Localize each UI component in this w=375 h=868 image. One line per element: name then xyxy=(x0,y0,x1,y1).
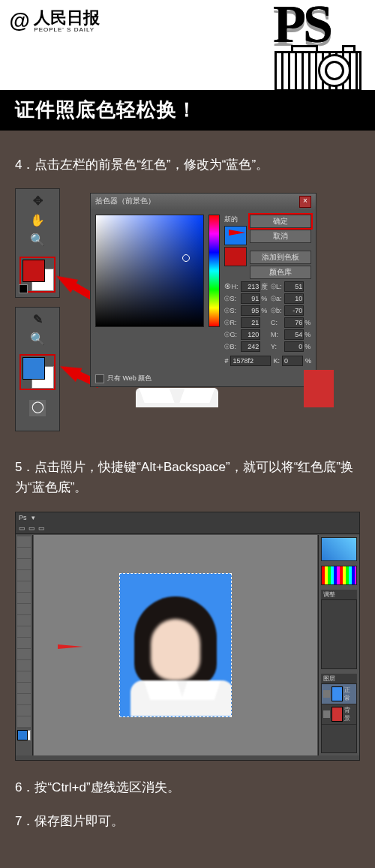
h-input[interactable] xyxy=(241,281,260,292)
hue-slider[interactable] xyxy=(208,215,220,327)
color-swatches-red[interactable] xyxy=(21,258,54,291)
section-4: ✥ ✋ 🔍 ✎ 🔍 xyxy=(15,188,360,431)
g-input[interactable] xyxy=(241,329,260,340)
brand-name-en: PEOPLE' S DAILY xyxy=(34,27,100,33)
photoshop-window: Ps▾ ▭▭▭ 调整 图层 xyxy=(15,512,360,761)
layers-panel-header[interactable]: 图层 xyxy=(321,674,357,683)
old-color-preview xyxy=(224,247,247,266)
title-banner: 证件照底色轻松换！ xyxy=(0,90,375,131)
adjust-panel[interactable] xyxy=(321,599,357,669)
adjust-panel-header[interactable]: 调整 xyxy=(321,590,357,599)
red-arrow-3 xyxy=(58,644,83,649)
swatches-panel[interactable] xyxy=(321,566,357,585)
brand-name-cn: 人民日报 xyxy=(34,9,100,26)
ps-text: PS xyxy=(273,0,330,51)
web-only-checkbox[interactable]: 只有 Web 颜色 xyxy=(91,371,316,386)
zoom-tool-icon[interactable]: 🔍 xyxy=(29,231,46,248)
color-value-grid: ⦿H:度 ⦾L: ⦾S:% ⦾a: ⦾S:% ⦾b: ⦾R: C:% ⦾G: M… xyxy=(224,281,311,352)
content-area: 4．点击左栏的前景色“红色”，修改为“蓝色”。 ✥ ✋ 🔍 xyxy=(0,131,375,860)
m-input[interactable] xyxy=(284,329,304,340)
header-bar: @ 人民日报 PEOPLE' S DAILY PS xyxy=(0,0,375,90)
color-field[interactable] xyxy=(95,215,204,327)
s1-input[interactable] xyxy=(241,293,260,304)
y-input[interactable] xyxy=(284,341,304,352)
layers-panel[interactable]: 正常 背景 xyxy=(321,683,357,753)
lasso-tool-icon[interactable]: ✥ xyxy=(29,192,46,209)
footer: @人民日报 @Excel技巧网_官方微博 xyxy=(0,860,375,868)
ps-menubar[interactable]: Ps▾ xyxy=(16,512,359,523)
color-panel[interactable] xyxy=(321,537,357,561)
ps-badge: PS xyxy=(273,0,362,92)
brand-logo: @ 人民日报 PEOPLE' S DAILY xyxy=(0,0,100,33)
tool-icon[interactable]: ✎ xyxy=(29,311,46,327)
ok-button[interactable]: 确定 xyxy=(250,215,311,228)
page-title: 证件照底色轻松换！ xyxy=(15,97,197,123)
ps-left-toolbar[interactable] xyxy=(16,535,33,755)
close-icon[interactable]: × xyxy=(299,196,311,208)
new-color-label: 新的 xyxy=(224,215,238,223)
visibility-icon[interactable] xyxy=(323,690,330,698)
c-input[interactable] xyxy=(284,317,304,328)
layer-normal[interactable]: 正常 xyxy=(322,684,356,704)
hex-input[interactable] xyxy=(230,356,271,366)
red-bg-peek xyxy=(304,370,334,407)
ps-options-bar[interactable]: ▭▭▭ xyxy=(16,523,359,534)
ps-letters: PS xyxy=(273,0,362,51)
color-swatches-blue[interactable] xyxy=(21,356,54,389)
color-picker-title: 拾色器（前景色） xyxy=(95,196,155,208)
k-input[interactable] xyxy=(282,356,303,366)
s2-input[interactable] xyxy=(241,305,260,316)
quickmask-icon[interactable]: ◯ xyxy=(29,400,46,416)
color-picker-titlebar: 拾色器（前景色） × xyxy=(91,194,316,210)
color-preview xyxy=(224,226,247,245)
color-library-button[interactable]: 颜色库 xyxy=(250,266,311,279)
step-7-text: 7．保存图片即可。 xyxy=(15,811,360,831)
color-picker-window: 拾色器（前景色） × 新的 xyxy=(90,193,316,387)
hand-tool-icon[interactable]: ✋ xyxy=(29,212,46,228)
step-4-text: 4．点击左栏的前景色“红色”，修改为“蓝色”。 xyxy=(15,155,360,175)
id-photo[interactable] xyxy=(119,573,232,717)
cancel-button[interactable]: 取消 xyxy=(250,230,311,243)
b-input[interactable] xyxy=(284,305,304,316)
add-swatch-button[interactable]: 添加到色板 xyxy=(250,251,311,264)
layer-background[interactable]: 背景 xyxy=(322,704,356,725)
zoom-tool-icon[interactable]: 🔍 xyxy=(29,330,46,347)
step-6-text: 6．按“Ctrl+d”虚线选区消失。 xyxy=(15,777,360,797)
step-5-text: 5．点击照片，快捷键“Alt+Backspace”，就可以将“红色底”换为“蓝色… xyxy=(15,457,360,497)
camera-icon xyxy=(273,47,362,92)
bl-input[interactable] xyxy=(241,341,260,352)
ps-panels: 调整 图层 正常 背景 xyxy=(318,535,359,755)
r-input[interactable] xyxy=(241,317,260,328)
ps-toolbar-2: ✎ 🔍 ◯ xyxy=(15,307,60,431)
mini-swatches[interactable] xyxy=(17,730,31,740)
a-input[interactable] xyxy=(284,293,304,304)
visibility-icon[interactable] xyxy=(323,710,330,718)
brand-at: @ xyxy=(9,9,29,33)
l-input[interactable] xyxy=(284,281,304,292)
person-collar-peek xyxy=(136,388,218,407)
